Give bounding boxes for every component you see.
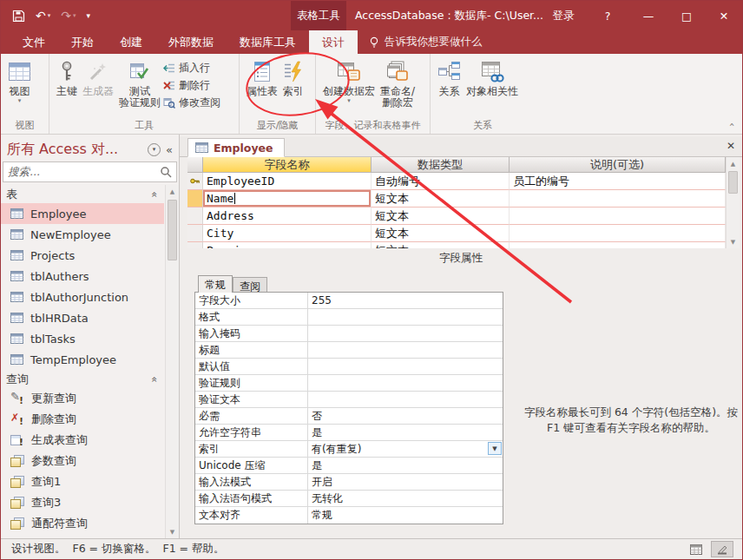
close-button[interactable]: ✕ bbox=[706, 1, 742, 30]
property-row[interactable]: 标题 ▼ bbox=[195, 342, 503, 359]
field-name-cell[interactable]: Province bbox=[203, 242, 372, 248]
maximize-button[interactable]: □ bbox=[667, 1, 706, 30]
property-row[interactable]: 输入法语句模式 无转化 ▼ bbox=[195, 491, 503, 507]
sidebar-item-query[interactable]: 生成表查询 bbox=[1, 430, 164, 451]
property-row[interactable]: Unicode 压缩 是 ▼ bbox=[195, 458, 503, 474]
field-name-cell[interactable]: City bbox=[203, 225, 372, 242]
sidebar-item-table[interactable]: Employee bbox=[1, 203, 164, 224]
sidebar-item-query[interactable]: 删除查询 bbox=[1, 409, 164, 430]
row-selector[interactable] bbox=[187, 242, 203, 248]
view-button[interactable]: 视图 ▾ bbox=[5, 56, 34, 106]
ribbon-tab[interactable]: 文件 bbox=[10, 30, 58, 54]
create-data-macros-button[interactable]: 创建数据宏 ▾ bbox=[320, 56, 378, 106]
tell-me-box[interactable]: 告诉我你想要做什么 bbox=[369, 30, 483, 54]
property-row[interactable]: 字段大小 255 ▼ bbox=[195, 293, 503, 309]
sidebar-item-table[interactable]: tblTasks bbox=[1, 328, 164, 349]
field-row[interactable]: EmployeeID 自动编号 员工的编号 bbox=[187, 173, 726, 190]
field-row[interactable]: Province 短文本 bbox=[187, 242, 726, 248]
nav-section-tables[interactable]: 表 « bbox=[1, 185, 164, 203]
sidebar-item-table[interactable]: tblAuthorJunction bbox=[1, 287, 164, 307]
help-button[interactable]: ? bbox=[586, 1, 629, 30]
primary-key-button[interactable]: 主键 bbox=[54, 56, 80, 99]
rename-delete-macro-button[interactable]: 重命名/删除宏 bbox=[378, 56, 418, 110]
ribbon-tab[interactable]: 设计 bbox=[309, 30, 358, 54]
property-value[interactable]: ▼ bbox=[308, 392, 503, 407]
column-header-data-type[interactable]: 数据类型 bbox=[372, 157, 510, 173]
field-name-cell[interactable]: Name bbox=[203, 190, 372, 208]
minimize-button[interactable]: — bbox=[629, 1, 667, 30]
object-dependencies-button[interactable]: 对象相关性 bbox=[464, 56, 521, 99]
design-view-button[interactable] bbox=[711, 541, 733, 557]
scroll-up-icon[interactable]: ▲ bbox=[727, 157, 740, 170]
description-cell[interactable] bbox=[510, 208, 726, 225]
field-name-cell[interactable]: Address bbox=[203, 208, 372, 225]
save-icon[interactable] bbox=[12, 10, 25, 23]
property-value[interactable]: ▼ bbox=[308, 375, 503, 391]
scroll-up-icon[interactable]: ▲ bbox=[166, 185, 179, 198]
row-selector[interactable] bbox=[187, 208, 203, 225]
ribbon-tab[interactable]: 外部数据 bbox=[155, 30, 227, 54]
indexes-button[interactable]: 索引 bbox=[280, 56, 306, 99]
property-value[interactable]: 常规 ▼ bbox=[308, 507, 503, 524]
ribbon-tab[interactable]: 开始 bbox=[58, 30, 107, 54]
property-value[interactable]: ▼ bbox=[308, 326, 503, 341]
column-header-field-name[interactable]: 字段名称 bbox=[203, 157, 372, 173]
row-selector[interactable] bbox=[187, 190, 203, 208]
combo-dropdown-icon[interactable]: ▼ bbox=[488, 442, 502, 455]
close-document-icon[interactable]: ✕ bbox=[727, 140, 735, 152]
nav-search-box[interactable]: 搜索... bbox=[3, 161, 177, 182]
customize-qat-button[interactable]: ▾ bbox=[87, 11, 91, 20]
property-value[interactable]: ▼ bbox=[308, 342, 503, 358]
property-value[interactable]: 是 ▼ bbox=[308, 458, 503, 473]
property-row[interactable]: 输入法模式 开启 ▼ bbox=[195, 474, 503, 491]
property-row[interactable]: 验证规则 ▼ bbox=[195, 375, 503, 392]
field-row[interactable]: Address 短文本 bbox=[187, 208, 726, 225]
property-row[interactable]: 允许空字符串 是 ▼ bbox=[195, 425, 503, 441]
data-type-cell[interactable]: 短文本 bbox=[372, 242, 510, 248]
sidebar-item-table[interactable]: tblHRData bbox=[1, 307, 164, 328]
delete-rows-button[interactable]: 删除行 bbox=[163, 77, 220, 93]
scroll-thumb[interactable] bbox=[168, 200, 177, 260]
contextual-tab-table-tools[interactable]: 表格工具 bbox=[291, 1, 346, 30]
description-cell[interactable]: 员工的编号 bbox=[510, 173, 726, 190]
sidebar-item-query[interactable]: 查询1 bbox=[1, 471, 164, 492]
property-row[interactable]: 必需 否 ▼ bbox=[195, 408, 503, 425]
nav-scrollbar[interactable]: ▲ ▼ bbox=[165, 185, 179, 538]
description-cell[interactable] bbox=[510, 225, 726, 242]
datasheet-view-button[interactable] bbox=[685, 541, 707, 557]
scroll-down-icon[interactable]: ▼ bbox=[727, 235, 740, 248]
sign-in-button[interactable]: 登录 bbox=[541, 1, 586, 30]
scroll-down-icon[interactable]: ▼ bbox=[166, 525, 179, 538]
property-value[interactable]: 开启 ▼ bbox=[308, 474, 503, 490]
property-row[interactable]: 索引 有(有重复) ▼ bbox=[195, 441, 503, 458]
sidebar-item-table[interactable]: tblAuthers bbox=[1, 266, 164, 287]
sidebar-item-table[interactable]: NewEmployee bbox=[1, 224, 164, 245]
row-selector[interactable] bbox=[187, 225, 203, 242]
field-name-cell[interactable]: EmployeeID bbox=[203, 173, 372, 190]
data-type-cell[interactable]: 短文本 bbox=[372, 208, 510, 225]
sidebar-item-query[interactable]: 通配符查询 bbox=[1, 513, 164, 534]
sidebar-item-query[interactable]: 更新查询 bbox=[1, 388, 164, 409]
field-row[interactable]: Name 短文本 bbox=[187, 190, 726, 208]
test-validation-rules-button[interactable]: 测试验证规则 bbox=[116, 56, 163, 110]
ribbon-tab[interactable]: 创建 bbox=[107, 30, 155, 54]
property-value[interactable]: 无转化 ▼ bbox=[308, 491, 503, 506]
property-value[interactable]: 否 ▼ bbox=[308, 408, 503, 424]
collapse-ribbon-button[interactable]: ‹ bbox=[730, 119, 733, 130]
document-tab-employee[interactable]: Employee bbox=[187, 138, 285, 157]
shutter-bar-collapse-icon[interactable]: « bbox=[166, 143, 173, 156]
search-icon[interactable] bbox=[160, 166, 172, 178]
collapse-section-icon[interactable]: « bbox=[148, 191, 160, 197]
grid-scrollbar[interactable]: ▲ ▼ bbox=[726, 157, 740, 248]
property-value[interactable]: 是 ▼ bbox=[308, 425, 503, 440]
sidebar-item-table[interactable]: Projects bbox=[1, 245, 164, 266]
collapse-section-icon[interactable]: « bbox=[148, 376, 160, 382]
property-sheet-button[interactable]: 属性表 bbox=[244, 56, 280, 99]
property-value[interactable]: ▼ bbox=[308, 309, 503, 325]
property-value[interactable]: 255 ▼ bbox=[308, 293, 503, 308]
property-row[interactable]: 默认值 ▼ bbox=[195, 359, 503, 375]
data-type-cell[interactable]: 短文本 bbox=[372, 225, 510, 242]
scroll-thumb[interactable] bbox=[728, 171, 738, 194]
insert-rows-button[interactable]: 插入行 bbox=[163, 60, 220, 76]
ribbon-tab[interactable]: 数据库工具 bbox=[227, 30, 309, 54]
